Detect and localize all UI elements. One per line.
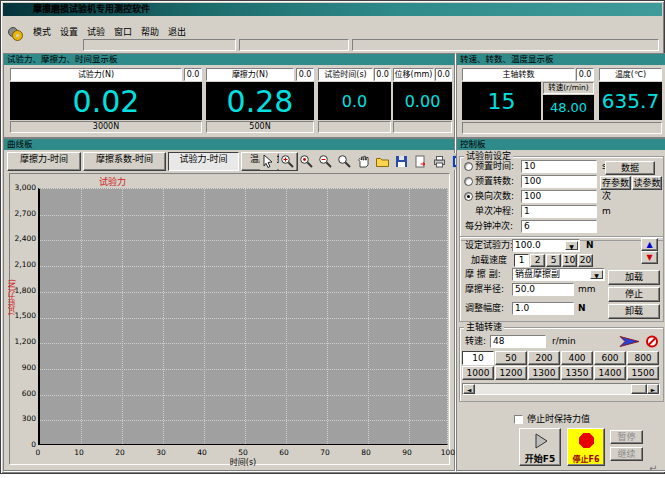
load-rate-5-button[interactable]: 5 (546, 254, 561, 267)
set-force-label: 设定试验力: (465, 239, 513, 252)
speed-600-button[interactable]: 600 (594, 351, 626, 365)
speed-1200-button[interactable]: 1200 (495, 366, 527, 380)
speed-scrollbar[interactable]: ◄ ► (462, 383, 660, 395)
set-force-value: 100.0 (515, 240, 541, 250)
zoom-center-icon[interactable] (298, 153, 315, 170)
stroke-unit: m (602, 205, 611, 218)
menu-item-help[interactable]: 帮助 (141, 25, 159, 38)
tab-friction-time[interactable]: 摩擦力-时间 (7, 152, 81, 171)
speed-1350-button[interactable]: 1350 (561, 366, 593, 380)
scrollbar-thumb[interactable] (631, 384, 647, 394)
chevron-down-icon[interactable]: ▼ (565, 241, 578, 250)
menu-item-exit[interactable]: 退出 (168, 25, 186, 38)
speed-10-button[interactable]: 10 (462, 351, 494, 365)
strokes-per-min-input[interactable]: 6 (521, 220, 597, 233)
pause-button[interactable]: 暂停 (610, 430, 643, 444)
chart-xlabel: 时间(s) (218, 456, 268, 467)
spindle-speed-field-label: 转速: (465, 335, 486, 348)
plot-area[interactable] (38, 188, 448, 445)
speed-400-button[interactable]: 400 (561, 351, 593, 365)
spindle-speed-input[interactable]: 48 (490, 335, 546, 348)
menu-item-test[interactable]: 试验 (87, 25, 105, 38)
print-icon[interactable] (431, 153, 448, 170)
save-params-button[interactable]: 存参数 (600, 176, 631, 190)
spindle-revs-label-bar: 主轴转数 (462, 68, 575, 81)
spindle-group-label: 主轴转速 (464, 322, 504, 332)
friction-pair-label: 摩 擦 副: (465, 268, 501, 281)
reverse-count-radio[interactable] (464, 192, 473, 201)
cursor-icon[interactable] (260, 153, 277, 170)
stop-load-button[interactable]: 停止 (608, 287, 660, 302)
unload-button[interactable]: 卸载 (608, 304, 660, 319)
speed-1000-button[interactable]: 1000 (462, 366, 494, 380)
scroll-right-icon[interactable]: ► (647, 384, 659, 394)
export-icon[interactable] (412, 153, 429, 170)
scroll-left-icon[interactable]: ◄ (463, 384, 475, 394)
data-button[interactable]: 数据 (605, 161, 655, 175)
stop-octagon-icon (579, 433, 594, 448)
friction-force-label-bar: 摩擦力(N) (206, 68, 294, 81)
tab-friction-coef-time[interactable]: 摩擦系数-时间 (83, 152, 166, 171)
stroke-input[interactable]: 1 (521, 205, 597, 218)
curve-panel: 曲线板 摩擦力-时间 摩擦系数-时间 试验力-时间 温度-时间 试验力 试验力(… (3, 138, 455, 471)
hold-force-checkbox[interactable] (514, 415, 523, 424)
zoom-icon[interactable] (336, 153, 353, 170)
speed-1300-button[interactable]: 1300 (528, 366, 560, 380)
control-panel-title: 控制板 (457, 139, 665, 150)
plot-toolbar (260, 153, 467, 170)
friction-radius-input[interactable]: 50.0 (512, 283, 574, 296)
preset-time-radio[interactable] (464, 162, 473, 171)
read-params-button[interactable]: 读参数 (632, 176, 662, 190)
menu-item-mode[interactable]: 模式 (33, 25, 51, 38)
stop-button[interactable]: 停止F6 (567, 428, 605, 466)
speed-800-button[interactable]: 800 (627, 351, 659, 365)
speed-1400-button[interactable]: 1400 (594, 366, 626, 380)
test-time-range (318, 121, 391, 133)
menu-item-window[interactable]: 窗口 (114, 25, 132, 38)
displacement-label-bar: 位移(mm) (393, 68, 434, 81)
stroke-label: 单次冲程: (475, 205, 514, 218)
friction-radius-unit: mm (578, 283, 596, 296)
resume-button[interactable]: 继续 (610, 447, 643, 461)
load-button[interactable]: 加载 (608, 270, 660, 285)
corner-mark: ↵ (649, 463, 657, 474)
set-force-combo[interactable]: 100.0 ▼ (512, 239, 580, 252)
force-down-arrow-button[interactable]: ▼ (641, 251, 658, 264)
menu-item-settings[interactable]: 设置 (60, 25, 78, 38)
tab-test-force-time[interactable]: 试验力-时间 (168, 152, 239, 171)
play-triangle-icon (532, 432, 550, 454)
load-rate-2-button[interactable]: 2 (530, 254, 545, 267)
toolbar-status-field-2 (239, 39, 349, 51)
preset-revs-radio[interactable] (464, 177, 473, 186)
adjust-input[interactable]: 1.0 (512, 302, 574, 315)
spindle-stop-prohibit-icon[interactable] (645, 335, 659, 348)
toolbar-status-field-3 (352, 39, 659, 51)
friction-pair-combo[interactable]: 销盘摩擦副 ▼ (512, 268, 605, 281)
hold-force-label: 停止时保持力值 (527, 413, 590, 426)
xtick: 20 (108, 448, 132, 457)
test-force-display: 0.02 (10, 82, 202, 120)
start-button[interactable]: 开始F5 (519, 428, 561, 466)
reverse-count-input[interactable]: 100 (521, 190, 597, 203)
spindle-start-arrow-icon[interactable] (619, 335, 641, 348)
open-folder-icon[interactable] (374, 153, 391, 170)
save-icon[interactable] (393, 153, 410, 170)
preset-revs-input[interactable]: 100 (521, 175, 597, 188)
title-bar[interactable]: 摩擦磨损试验机专用测控软件 (3, 3, 662, 16)
speed-1500-button[interactable]: 1500 (627, 366, 659, 380)
displacement-range (393, 121, 452, 133)
load-rate-1-button[interactable]: 1 (514, 254, 529, 267)
speed-200-button[interactable]: 200 (528, 351, 560, 365)
speed-50-button[interactable]: 50 (495, 351, 527, 365)
load-rate-10-button[interactable]: 10 (562, 254, 577, 267)
spindle-revs-display: 15 (462, 82, 541, 120)
load-rate-20-button[interactable]: 20 (578, 254, 593, 267)
zoom-in-icon[interactable] (279, 153, 296, 170)
app-window: 摩擦磨损试验机专用测控软件 模式 设置 试验 窗口 帮助 退出 试验力、摩擦力、… (0, 0, 665, 474)
pan-hand-icon[interactable] (355, 153, 372, 170)
zoom-out-icon[interactable] (317, 153, 334, 170)
force-up-arrow-button[interactable]: ▲ (641, 238, 658, 251)
chevron-down-icon[interactable]: ▼ (590, 270, 603, 279)
preset-time-input[interactable]: 10 (521, 160, 597, 173)
friction-force-aux: 0.0 (296, 68, 314, 81)
